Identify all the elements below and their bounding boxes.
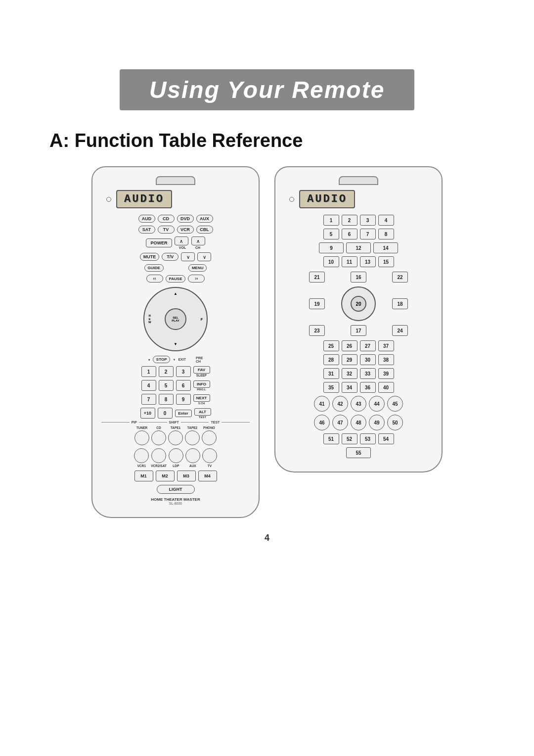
btn-vol-up[interactable]: ∧ xyxy=(175,236,188,245)
btn-power[interactable]: POWER xyxy=(146,238,172,247)
ref-btn-34[interactable]: 34 xyxy=(342,382,357,393)
btn-vcr1[interactable] xyxy=(134,448,149,463)
btn-cd-src[interactable] xyxy=(151,430,166,445)
btn-0[interactable]: 0 xyxy=(158,408,173,419)
btn-tape2[interactable] xyxy=(185,430,200,445)
ref-btn-46[interactable]: 46 xyxy=(314,415,330,430)
btn-t-v[interactable]: T/V xyxy=(162,253,178,261)
btn-m4[interactable]: M4 xyxy=(198,471,217,481)
ref-dpad-center[interactable]: 20 xyxy=(351,296,366,312)
ref-btn-5[interactable]: 5 xyxy=(323,229,339,239)
ref-btn-21[interactable]: 21 xyxy=(309,272,325,283)
btn-4[interactable]: 4 xyxy=(141,380,156,391)
ref-btn-15[interactable]: 15 xyxy=(378,256,394,267)
btn-aux[interactable]: AUX xyxy=(196,215,213,223)
btn-m2[interactable]: M2 xyxy=(156,471,175,481)
ref-btn-48[interactable]: 48 xyxy=(351,415,366,430)
btn-guide[interactable]: GUIDE xyxy=(144,264,164,272)
ref-btn-35[interactable]: 35 xyxy=(323,382,339,393)
ref-btn-44[interactable]: 44 xyxy=(369,396,385,412)
btn-pause[interactable]: PAUSE xyxy=(166,275,186,283)
btn-ch-up[interactable]: ∧ xyxy=(191,236,205,245)
btn-m1[interactable]: M1 xyxy=(134,471,153,481)
btn-9[interactable]: 9 xyxy=(176,394,191,405)
btn-aux-src[interactable] xyxy=(185,448,200,463)
ref-btn-26[interactable]: 26 xyxy=(342,340,357,351)
btn-aud[interactable]: AUD xyxy=(138,215,155,223)
ref-btn-7[interactable]: 7 xyxy=(360,229,376,239)
btn-3[interactable]: 3 xyxy=(176,366,191,377)
btn-vcr2sat[interactable] xyxy=(151,448,166,463)
ref-btn-23[interactable]: 23 xyxy=(309,325,325,336)
btn-dvd[interactable]: DVD xyxy=(177,215,194,223)
btn-rew[interactable]: ‹‹ xyxy=(146,275,163,283)
btn-tv[interactable]: TV xyxy=(158,226,175,234)
ref-btn-19[interactable]: 19 xyxy=(309,298,325,309)
ref-btn-4[interactable]: 4 xyxy=(378,215,394,226)
btn-m3[interactable]: M3 xyxy=(177,471,196,481)
ref-btn-1[interactable]: 1 xyxy=(323,215,339,226)
ref-btn-18[interactable]: 18 xyxy=(392,298,408,309)
ref-btn-24[interactable]: 24 xyxy=(392,325,408,336)
ref-btn-31[interactable]: 31 xyxy=(323,368,339,379)
ref-btn-17[interactable]: 17 xyxy=(351,325,366,336)
btn-cbl[interactable]: CBL xyxy=(196,226,213,234)
btn-phono[interactable] xyxy=(202,430,217,445)
btn-light[interactable]: LIGHT xyxy=(157,485,195,494)
ref-btn-36[interactable]: 36 xyxy=(360,382,376,393)
ref-btn-40[interactable]: 40 xyxy=(378,382,394,393)
btn-8[interactable]: 8 xyxy=(159,394,174,405)
btn-ff[interactable]: ›› xyxy=(188,275,205,283)
ref-btn-49[interactable]: 49 xyxy=(369,415,385,430)
btn-ch-down[interactable]: ∨ xyxy=(197,252,211,261)
ref-btn-10[interactable]: 10 xyxy=(323,256,339,267)
ref-btn-13[interactable]: 13 xyxy=(360,256,376,267)
btn-next[interactable]: NEXT xyxy=(193,394,210,402)
btn-enter[interactable]: Enter xyxy=(175,410,192,417)
ref-btn-2[interactable]: 2 xyxy=(342,215,357,226)
ref-dpad-circle[interactable]: 20 xyxy=(341,286,376,321)
ref-btn-43[interactable]: 43 xyxy=(351,396,366,412)
ref-btn-50[interactable]: 50 xyxy=(387,415,403,430)
ref-btn-53[interactable]: 53 xyxy=(360,433,376,444)
ref-btn-52[interactable]: 52 xyxy=(342,433,357,444)
btn-alt[interactable]: ALT xyxy=(194,408,211,416)
btn-stop[interactable]: STOP xyxy=(153,356,171,363)
btn-tuner[interactable] xyxy=(134,430,149,445)
btn-info[interactable]: INFO xyxy=(193,380,210,388)
ref-btn-42[interactable]: 42 xyxy=(332,396,348,412)
btn-1[interactable]: 1 xyxy=(141,366,156,377)
ref-btn-16[interactable]: 16 xyxy=(351,272,366,283)
btn-menu[interactable]: MENU xyxy=(188,264,207,272)
btn-2[interactable]: 2 xyxy=(159,366,174,377)
ref-btn-9[interactable]: 9 xyxy=(319,242,344,253)
ref-btn-22[interactable]: 22 xyxy=(392,272,408,283)
ref-btn-8[interactable]: 8 xyxy=(378,229,394,239)
btn-ldp[interactable] xyxy=(169,448,183,463)
ref-btn-25[interactable]: 25 xyxy=(323,340,339,351)
ref-btn-55[interactable]: 55 xyxy=(346,447,371,458)
ref-btn-30[interactable]: 30 xyxy=(360,354,376,365)
btn-cd[interactable]: CD xyxy=(158,215,175,223)
btn-plus10[interactable]: +10 xyxy=(140,408,155,419)
ref-btn-29[interactable]: 29 xyxy=(342,354,357,365)
btn-fav[interactable]: FAV xyxy=(193,366,210,374)
ref-btn-39[interactable]: 39 xyxy=(378,368,394,379)
ref-btn-33[interactable]: 33 xyxy=(360,368,376,379)
ref-btn-14[interactable]: 14 xyxy=(373,242,398,253)
ref-btn-11[interactable]: 11 xyxy=(342,256,357,267)
ref-btn-38[interactable]: 38 xyxy=(378,354,394,365)
ref-btn-12[interactable]: 12 xyxy=(346,242,371,253)
btn-5[interactable]: 5 xyxy=(159,380,174,391)
dpad-outer[interactable]: ▲ ▼ REW F SEL PLAY xyxy=(143,287,208,351)
ref-btn-6[interactable]: 6 xyxy=(342,229,357,239)
btn-sat[interactable]: SAT xyxy=(138,226,155,234)
btn-6[interactable]: 6 xyxy=(176,380,191,391)
btn-7[interactable]: 7 xyxy=(141,394,156,405)
ref-btn-32[interactable]: 32 xyxy=(342,368,357,379)
btn-vcr[interactable]: VCR xyxy=(177,226,194,234)
ref-btn-47[interactable]: 47 xyxy=(332,415,348,430)
ref-btn-3[interactable]: 3 xyxy=(360,215,376,226)
btn-tv-src[interactable] xyxy=(202,448,217,463)
btn-mute[interactable]: MUTE xyxy=(140,253,160,261)
